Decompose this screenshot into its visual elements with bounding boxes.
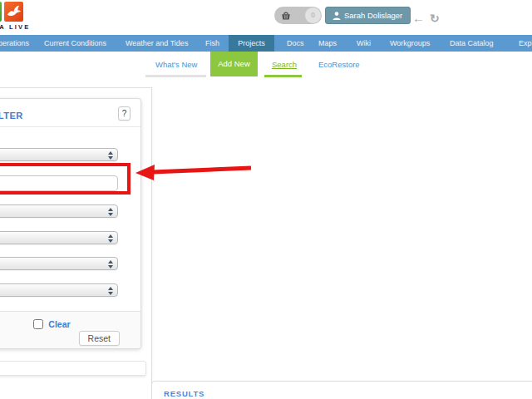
basket-icon xyxy=(280,10,292,22)
results-panel: RESULTS xyxy=(151,381,532,399)
main-nav: Operations Current Conditions Weather an… xyxy=(0,35,532,52)
basket-count-badge: 0 xyxy=(305,7,321,23)
nav-item-current-conditions[interactable]: Current Conditions xyxy=(44,35,106,52)
annotation-highlight-box xyxy=(0,163,131,195)
user-name: Sarah Dolislager xyxy=(344,11,402,20)
clear-checkbox[interactable] xyxy=(33,319,43,329)
nav-item-projects-active[interactable]: Projects xyxy=(229,35,274,52)
logo-green-square xyxy=(0,2,2,22)
nav-item-wiki[interactable]: Wiki xyxy=(357,35,371,52)
filter-select-3[interactable] xyxy=(0,231,118,244)
nav-item-maps[interactable]: Maps xyxy=(318,35,337,52)
select-stepper-icon xyxy=(108,151,113,160)
sidebar-top-border xyxy=(0,87,151,88)
basket-toggle[interactable]: 0 xyxy=(274,7,322,24)
whats-new-underline xyxy=(145,75,206,77)
user-icon xyxy=(332,11,342,21)
results-title: RESULTS xyxy=(164,389,204,398)
sidebar-right-divider xyxy=(151,87,152,399)
topbar: DELTA LIVE 0 Sarah Dolislager ← ↻ xyxy=(0,0,532,35)
filter-select-5[interactable] xyxy=(0,283,118,297)
select-stepper-icon xyxy=(108,234,113,243)
app-window: DELTA LIVE 0 Sarah Dolislager ← ↻ Operat… xyxy=(0,0,532,399)
nav-item-data-catalog[interactable]: Data Catalog xyxy=(450,35,494,52)
help-button[interactable]: ? xyxy=(118,106,131,121)
subnav-search-active[interactable]: Search xyxy=(272,52,297,77)
annotation-arrow-icon xyxy=(125,156,258,183)
nav-item-weather-and-tides[interactable]: Weather and Tides xyxy=(126,35,188,52)
filter-panel-footer: Clear Reset xyxy=(0,311,140,348)
refresh-icon[interactable]: ↻ xyxy=(430,11,440,26)
nav-item-docs[interactable]: Docs xyxy=(287,35,304,52)
select-stepper-icon xyxy=(108,208,113,216)
filter-select-1[interactable] xyxy=(0,148,118,161)
back-icon[interactable]: ← xyxy=(412,11,425,26)
user-menu-button[interactable]: Sarah Dolislager xyxy=(325,7,411,24)
subnav-whats-new[interactable]: What's New xyxy=(155,52,197,77)
filter-panel: FILTER ? Clear Reset xyxy=(0,98,141,349)
nav-item-operations[interactable]: Operations xyxy=(0,35,29,52)
collapsed-panel-bar[interactable] xyxy=(0,361,146,376)
select-stepper-icon xyxy=(108,260,113,268)
sub-nav: What's New Add New Search EcoRestore xyxy=(0,52,532,77)
brand-name: DELTA LIVE xyxy=(0,23,30,31)
nav-item-explore[interactable]: Explore xyxy=(519,35,532,52)
subnav-ecorestore[interactable]: EcoRestore xyxy=(318,52,360,77)
filter-select-2[interactable] xyxy=(0,204,118,218)
filter-select-4[interactable] xyxy=(0,257,118,270)
filter-panel-header: FILTER ? xyxy=(0,99,140,127)
reset-button[interactable]: Reset xyxy=(79,331,120,346)
filter-panel-title: FILTER xyxy=(0,111,23,121)
logo-seagull-icon xyxy=(4,2,23,22)
select-stepper-icon xyxy=(108,287,113,295)
search-active-underline xyxy=(264,75,302,77)
clear-label[interactable]: Clear xyxy=(48,319,70,329)
nav-item-fish[interactable]: Fish xyxy=(205,35,219,52)
add-new-button[interactable]: Add New xyxy=(210,52,258,76)
nav-item-workgroups[interactable]: Workgroups xyxy=(390,35,430,52)
